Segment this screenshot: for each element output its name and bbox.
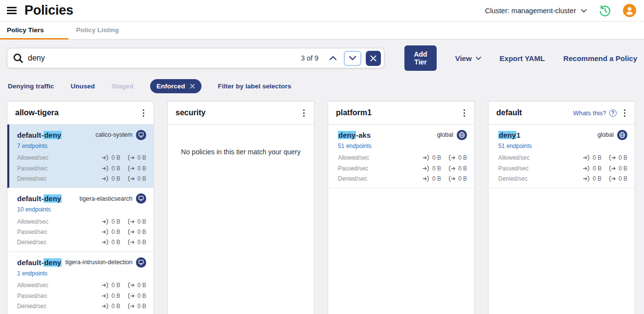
stat-out-value: 0 B [137, 282, 146, 289]
stat-outbound: 0 B [128, 239, 146, 246]
policy-card[interactable]: deny-aks global 51 endpoints Allowed/sec [328, 125, 474, 188]
filter-chip-staged[interactable]: Staged [111, 83, 133, 90]
history-icon[interactable] [599, 4, 611, 17]
whats-this-label: Whats this? [573, 109, 606, 117]
stat-out-value: 0 B [458, 175, 467, 182]
policy-scope-label: global [598, 131, 614, 138]
stat-inbound: 0 B [102, 175, 120, 182]
endpoints-link[interactable]: 51 endpoints [498, 143, 532, 149]
stat-outbound: 0 B [128, 229, 146, 235]
stat-in-value: 0 B [111, 165, 120, 172]
outbound-traffic-icon [128, 175, 135, 182]
cluster-selector[interactable]: Cluster: management-cluster [485, 7, 587, 15]
policy-scope-label: calico-system [95, 131, 133, 138]
stat-inbound: 0 B [102, 229, 120, 235]
namespace-icon [136, 130, 146, 140]
search-box: 3 of 9 [7, 48, 384, 68]
stat-row: Allowed/sec 0 B 0 B [17, 153, 146, 163]
question-circle-icon: ? [609, 109, 617, 117]
stat-outbound: 0 B [128, 293, 146, 299]
hamburger-menu-icon[interactable] [7, 7, 17, 14]
inbound-traffic-icon [583, 175, 590, 182]
stat-row: Denied/sec 0 B 0 B [17, 173, 146, 184]
empty-tier-message: No policies in this tier match your quer… [168, 125, 314, 156]
card-stats: Allowed/sec 0 B 0 B Passed/sec [498, 153, 627, 184]
inbound-traffic-icon [102, 175, 109, 182]
stat-row: Passed/sec 0 B 0 B [338, 163, 467, 173]
stat-inbound: 0 B [102, 165, 120, 172]
content-area: 3 of 9 Add Tier View Export YAML Recomme… [0, 40, 644, 314]
tier-menu-kebab-icon[interactable] [622, 108, 628, 118]
inbound-traffic-icon [422, 175, 430, 182]
chevron-down-icon [476, 57, 481, 60]
inbound-traffic-icon [102, 165, 109, 172]
tier-menu-kebab-icon[interactable] [461, 108, 467, 118]
filter-chip-filter-by-label-selectors[interactable]: Filter by label selectors [218, 83, 291, 90]
add-tier-button[interactable]: Add Tier [404, 45, 436, 71]
filter-chip-unused[interactable]: Unused [71, 83, 95, 90]
stat-outbound: 0 B [128, 154, 146, 161]
policy-card[interactable]: default-deny tigera-elasticsearch 10 end… [7, 188, 154, 252]
stat-values: 0 B 0 B [102, 175, 146, 182]
stat-in-value: 0 B [111, 303, 120, 310]
policy-card[interactable]: default-deny tigera-intrusion-detection … [7, 252, 154, 314]
endpoints-link[interactable]: 51 endpoints [338, 143, 372, 149]
close-icon [370, 55, 377, 62]
endpoints-link[interactable]: 7 endpoints [17, 143, 47, 149]
tier-body: deny1 global 51 endpoints Allowed/sec [489, 125, 635, 314]
outbound-traffic-icon [128, 218, 135, 225]
outbound-traffic-icon [128, 293, 135, 299]
policy-name-suffix: 1 [516, 131, 520, 139]
stat-label: Denied/sec [17, 175, 46, 182]
tier-menu-kebab-icon[interactable] [301, 108, 307, 118]
stat-inbound: 0 B [422, 154, 441, 161]
policy-card[interactable]: default-deny calico-system 7 endpoints A… [7, 125, 154, 188]
tab-policy-tiers[interactable]: Policy Tiers [0, 21, 68, 40]
search-prev-button[interactable] [326, 54, 340, 63]
stat-inbound: 0 B [422, 175, 441, 182]
avatar[interactable] [623, 4, 636, 17]
policy-card[interactable]: deny1 global 51 endpoints Allowed/sec [489, 125, 635, 188]
tier-menu-kebab-icon[interactable] [140, 108, 147, 118]
whats-this-link[interactable]: Whats this? ? [573, 109, 617, 117]
search-next-button[interactable] [344, 51, 361, 66]
stat-out-value: 0 B [619, 175, 627, 182]
tab-policy-listing[interactable]: Policy Listing [68, 21, 127, 40]
chip-remove-icon[interactable] [190, 84, 195, 89]
filter-chip-enforced[interactable]: Enforced [150, 79, 201, 93]
stat-in-value: 0 B [111, 239, 120, 246]
stat-label: Denied/sec [17, 303, 46, 310]
tier-title: security [176, 108, 301, 117]
policy-name: deny-aks [338, 131, 371, 139]
search-clear-button[interactable] [366, 51, 381, 66]
endpoints-link[interactable]: 1 endpoints [17, 270, 47, 277]
search-input[interactable] [28, 54, 301, 63]
card-stats: Allowed/sec 0 B 0 B Passed/sec [338, 153, 467, 184]
policy-scope: global [437, 130, 467, 140]
policy-name-match: deny [498, 131, 516, 139]
policy-name: default-deny [17, 194, 62, 203]
filter-chip-denying-traffic[interactable]: Denying traffic [8, 83, 54, 90]
stat-values: 0 B 0 B [102, 303, 146, 310]
filter-chip-label: Unused [71, 83, 95, 90]
tier-column-allow-tigera: allow-tigera default-deny calico-system … [7, 101, 154, 314]
filter-chip-label: Enforced [156, 83, 185, 90]
export-yaml-button[interactable]: Export YAML [500, 54, 545, 63]
endpoints-link[interactable]: 10 endpoints [17, 206, 51, 213]
card-stats: Allowed/sec 0 B 0 B Passed/sec [17, 153, 146, 184]
stat-row: Denied/sec 0 B 0 B [17, 301, 146, 311]
inbound-traffic-icon [422, 165, 430, 172]
stat-in-value: 0 B [432, 165, 441, 172]
stat-label: Allowed/sec [338, 154, 369, 161]
filter-bar: Denying trafficUnusedStagedEnforcedFilte… [8, 79, 637, 93]
outbound-traffic-icon [128, 229, 135, 235]
stat-values: 0 B 0 B [102, 154, 146, 161]
stat-out-value: 0 B [137, 154, 146, 161]
stat-outbound: 0 B [128, 175, 146, 182]
stat-out-value: 0 B [137, 165, 146, 172]
stat-values: 0 B 0 B [102, 218, 146, 225]
view-dropdown[interactable]: View [455, 54, 481, 63]
policy-card-top: deny-aks global [338, 130, 467, 140]
policy-scope-label: global [437, 131, 453, 138]
recommend-policy-button[interactable]: Recommend a Policy [563, 54, 637, 63]
